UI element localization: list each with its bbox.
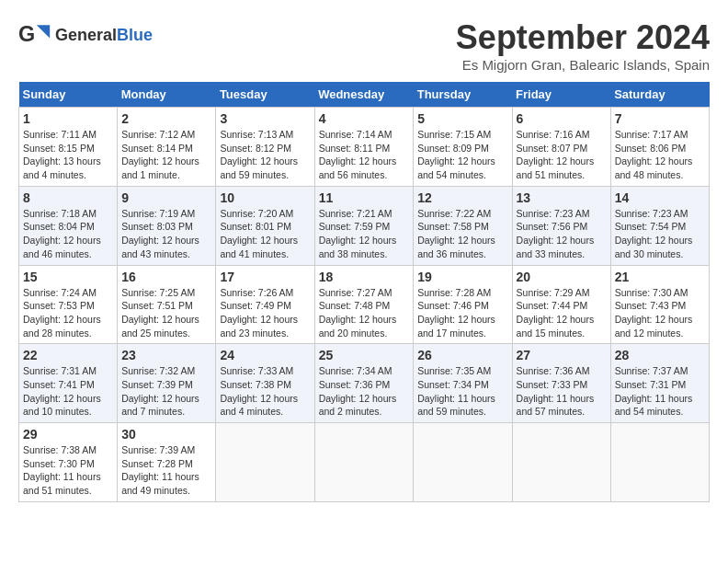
calendar-week-row: 22 Sunrise: 7:31 AM Sunset: 7:41 PM Dayl… xyxy=(19,344,710,423)
day-number: 22 xyxy=(23,348,113,362)
header-wednesday: Wednesday xyxy=(314,82,414,108)
table-row: 26 Sunrise: 7:35 AM Sunset: 7:34 PM Dayl… xyxy=(414,344,512,423)
page-header: G GeneralBlue September 2024 Es Migjorn … xyxy=(18,18,710,73)
day-number: 4 xyxy=(319,111,410,126)
day-info: Sunrise: 7:17 AM Sunset: 8:06 PM Dayligh… xyxy=(615,128,705,182)
table-row: 1 Sunrise: 7:11 AM Sunset: 8:15 PM Dayli… xyxy=(19,108,118,187)
day-number: 1 xyxy=(23,111,113,126)
day-number: 14 xyxy=(615,190,705,205)
day-number: 7 xyxy=(615,111,705,126)
calendar-week-row: 15 Sunrise: 7:24 AM Sunset: 7:53 PM Dayl… xyxy=(19,265,710,344)
day-number: 17 xyxy=(220,270,310,284)
day-number: 18 xyxy=(319,270,410,284)
day-info: Sunrise: 7:26 AM Sunset: 7:49 PM Dayligh… xyxy=(220,286,310,340)
day-info: Sunrise: 7:25 AM Sunset: 7:51 PM Dayligh… xyxy=(121,286,211,340)
table-row: 14 Sunrise: 7:23 AM Sunset: 7:54 PM Dayl… xyxy=(610,186,709,265)
header-sunday: Sunday xyxy=(19,82,118,108)
day-number: 10 xyxy=(220,190,310,205)
table-row: 30 Sunrise: 7:39 AM Sunset: 7:28 PM Dayl… xyxy=(118,423,216,502)
table-row: 24 Sunrise: 7:33 AM Sunset: 7:38 PM Dayl… xyxy=(216,344,314,423)
table-row: 29 Sunrise: 7:38 AM Sunset: 7:30 PM Dayl… xyxy=(19,423,118,502)
day-number: 27 xyxy=(517,348,607,362)
table-row: 8 Sunrise: 7:18 AM Sunset: 8:04 PM Dayli… xyxy=(19,186,118,265)
table-row: 23 Sunrise: 7:32 AM Sunset: 7:39 PM Dayl… xyxy=(118,344,216,423)
day-number: 26 xyxy=(417,348,507,362)
header-saturday: Saturday xyxy=(610,82,709,108)
logo-icon: G xyxy=(18,18,51,52)
table-row: 18 Sunrise: 7:27 AM Sunset: 7:48 PM Dayl… xyxy=(314,265,414,344)
empty-cell xyxy=(314,423,414,502)
table-row: 10 Sunrise: 7:20 AM Sunset: 8:01 PM Dayl… xyxy=(216,186,314,265)
day-info: Sunrise: 7:28 AM Sunset: 7:46 PM Dayligh… xyxy=(417,286,507,340)
day-info: Sunrise: 7:32 AM Sunset: 7:39 PM Dayligh… xyxy=(121,364,211,419)
table-row: 4 Sunrise: 7:14 AM Sunset: 8:11 PM Dayli… xyxy=(314,108,414,187)
logo-general: GeneralBlue xyxy=(55,26,153,45)
day-info: Sunrise: 7:24 AM Sunset: 7:53 PM Dayligh… xyxy=(23,286,113,340)
day-number: 5 xyxy=(417,111,507,126)
calendar-header-row: Sunday Monday Tuesday Wednesday Thursday… xyxy=(19,82,710,108)
day-info: Sunrise: 7:14 AM Sunset: 8:11 PM Dayligh… xyxy=(319,128,410,182)
day-number: 11 xyxy=(319,190,410,205)
day-info: Sunrise: 7:19 AM Sunset: 8:03 PM Dayligh… xyxy=(121,207,211,261)
table-row: 21 Sunrise: 7:30 AM Sunset: 7:43 PM Dayl… xyxy=(610,265,709,344)
day-number: 24 xyxy=(220,348,310,362)
day-info: Sunrise: 7:22 AM Sunset: 7:58 PM Dayligh… xyxy=(417,207,507,261)
day-number: 2 xyxy=(121,111,211,126)
day-number: 23 xyxy=(121,348,211,362)
table-row: 11 Sunrise: 7:21 AM Sunset: 7:59 PM Dayl… xyxy=(314,186,414,265)
day-number: 28 xyxy=(615,348,705,362)
empty-cell xyxy=(610,423,709,502)
day-number: 8 xyxy=(23,190,113,205)
day-info: Sunrise: 7:33 AM Sunset: 7:38 PM Dayligh… xyxy=(220,364,310,419)
calendar-week-row: 29 Sunrise: 7:38 AM Sunset: 7:30 PM Dayl… xyxy=(19,423,710,502)
day-info: Sunrise: 7:37 AM Sunset: 7:31 PM Dayligh… xyxy=(615,364,705,419)
table-row: 19 Sunrise: 7:28 AM Sunset: 7:46 PM Dayl… xyxy=(414,265,512,344)
table-row: 17 Sunrise: 7:26 AM Sunset: 7:49 PM Dayl… xyxy=(216,265,314,344)
svg-marker-1 xyxy=(37,25,50,38)
day-info: Sunrise: 7:11 AM Sunset: 8:15 PM Dayligh… xyxy=(23,128,113,182)
table-row: 20 Sunrise: 7:29 AM Sunset: 7:44 PM Dayl… xyxy=(512,265,610,344)
table-row: 6 Sunrise: 7:16 AM Sunset: 8:07 PM Dayli… xyxy=(512,108,610,187)
day-info: Sunrise: 7:30 AM Sunset: 7:43 PM Dayligh… xyxy=(615,286,705,340)
day-info: Sunrise: 7:23 AM Sunset: 7:56 PM Dayligh… xyxy=(517,207,607,261)
table-row: 25 Sunrise: 7:34 AM Sunset: 7:36 PM Dayl… xyxy=(314,344,414,423)
table-row: 3 Sunrise: 7:13 AM Sunset: 8:12 PM Dayli… xyxy=(216,108,314,187)
day-info: Sunrise: 7:20 AM Sunset: 8:01 PM Dayligh… xyxy=(220,207,310,261)
day-info: Sunrise: 7:31 AM Sunset: 7:41 PM Dayligh… xyxy=(23,364,113,419)
day-info: Sunrise: 7:35 AM Sunset: 7:34 PM Dayligh… xyxy=(417,364,507,419)
table-row: 13 Sunrise: 7:23 AM Sunset: 7:56 PM Dayl… xyxy=(512,186,610,265)
day-info: Sunrise: 7:15 AM Sunset: 8:09 PM Dayligh… xyxy=(417,128,507,182)
day-number: 21 xyxy=(615,270,705,284)
day-number: 20 xyxy=(517,270,607,284)
day-info: Sunrise: 7:12 AM Sunset: 8:14 PM Dayligh… xyxy=(121,128,211,182)
day-info: Sunrise: 7:29 AM Sunset: 7:44 PM Dayligh… xyxy=(517,286,607,340)
table-row: 22 Sunrise: 7:31 AM Sunset: 7:41 PM Dayl… xyxy=(19,344,118,423)
month-title: September 2024 xyxy=(456,18,710,57)
day-number: 16 xyxy=(121,270,211,284)
day-number: 6 xyxy=(517,111,607,126)
day-info: Sunrise: 7:13 AM Sunset: 8:12 PM Dayligh… xyxy=(220,128,310,182)
calendar-table: Sunday Monday Tuesday Wednesday Thursday… xyxy=(18,82,710,502)
day-number: 29 xyxy=(23,427,113,442)
day-info: Sunrise: 7:27 AM Sunset: 7:48 PM Dayligh… xyxy=(319,286,410,340)
header-friday: Friday xyxy=(512,82,610,108)
logo: G GeneralBlue xyxy=(18,18,153,52)
svg-text:G: G xyxy=(18,22,35,46)
day-info: Sunrise: 7:34 AM Sunset: 7:36 PM Dayligh… xyxy=(319,364,410,419)
day-number: 9 xyxy=(121,190,211,205)
header-thursday: Thursday xyxy=(414,82,512,108)
location: Es Migjorn Gran, Balearic Islands, Spain xyxy=(456,57,710,73)
empty-cell xyxy=(414,423,512,502)
day-info: Sunrise: 7:38 AM Sunset: 7:30 PM Dayligh… xyxy=(23,443,113,498)
day-info: Sunrise: 7:18 AM Sunset: 8:04 PM Dayligh… xyxy=(23,207,113,261)
empty-cell xyxy=(216,423,314,502)
table-row: 12 Sunrise: 7:22 AM Sunset: 7:58 PM Dayl… xyxy=(414,186,512,265)
table-row: 27 Sunrise: 7:36 AM Sunset: 7:33 PM Dayl… xyxy=(512,344,610,423)
day-info: Sunrise: 7:39 AM Sunset: 7:28 PM Dayligh… xyxy=(121,443,211,498)
calendar-week-row: 8 Sunrise: 7:18 AM Sunset: 8:04 PM Dayli… xyxy=(19,186,710,265)
day-info: Sunrise: 7:21 AM Sunset: 7:59 PM Dayligh… xyxy=(319,207,410,261)
table-row: 2 Sunrise: 7:12 AM Sunset: 8:14 PM Dayli… xyxy=(118,108,216,187)
table-row: 15 Sunrise: 7:24 AM Sunset: 7:53 PM Dayl… xyxy=(19,265,118,344)
day-number: 15 xyxy=(23,270,113,284)
day-info: Sunrise: 7:23 AM Sunset: 7:54 PM Dayligh… xyxy=(615,207,705,261)
